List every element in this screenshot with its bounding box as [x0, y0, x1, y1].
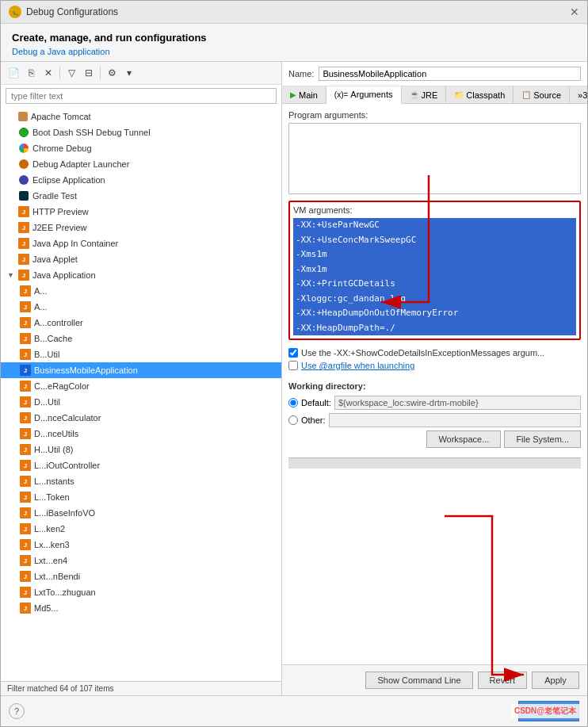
title-bar: 🐛 Debug Configurations ✕	[1, 1, 587, 24]
chrome-debug-label: Chrome Debug	[32, 143, 92, 153]
other-radio-row: Other:	[288, 413, 581, 427]
program-args-box[interactable]	[288, 123, 581, 194]
more-button[interactable]: ▾	[121, 65, 137, 81]
list-item[interactable]: J L...iOutController	[1, 457, 281, 473]
list-item[interactable]: J D...Util	[1, 394, 281, 410]
java-icon: J	[20, 492, 31, 503]
config-name-input[interactable]	[319, 67, 581, 81]
vm-arg-line: -XX:+PrintGCDetails	[293, 277, 576, 292]
other-dir-input[interactable]	[329, 413, 581, 427]
new-config-button[interactable]: 📄	[6, 65, 21, 81]
tab-arguments[interactable]: (x)= Arguments	[326, 86, 402, 104]
show-code-details-checkbox[interactable]	[288, 348, 298, 358]
gradle-icon	[18, 190, 29, 201]
tab-classpath[interactable]: 📁 Classpath	[446, 86, 514, 103]
list-item[interactable]: J A...	[1, 283, 281, 299]
java-icon: J	[18, 254, 29, 265]
debug-title-icon: 🐛	[9, 6, 21, 18]
tomcat-icon	[18, 112, 28, 121]
dialog-title: Debug Configurations	[26, 6, 118, 17]
java-icon: J	[18, 206, 29, 217]
tab-source[interactable]: 📋 Source	[514, 86, 570, 103]
java-icon: J	[20, 396, 31, 408]
duplicate-config-button[interactable]: ⎘	[23, 65, 39, 81]
list-item[interactable]: J Lxt...en4	[1, 553, 281, 568]
list-item[interactable]: Eclipse Application	[1, 172, 281, 188]
list-item[interactable]: J Md5...	[1, 600, 281, 616]
program-args-section: Program arguments:	[288, 110, 581, 194]
filter-button[interactable]: ▽	[63, 65, 79, 81]
java-icon: J	[20, 381, 31, 392]
list-item[interactable]: J B...Cache	[1, 331, 281, 346]
other-radio[interactable]	[288, 415, 298, 425]
close-button[interactable]: ✕	[570, 6, 579, 18]
workspace-button[interactable]: Workspace...	[426, 430, 501, 448]
vm-arg-line: -XX:+HeapDumpOnOutOfMemoryError	[293, 306, 576, 321]
java-icon: J	[20, 587, 31, 598]
header-section: Create, manage, and run configurations D…	[1, 24, 587, 61]
default-radio[interactable]	[288, 398, 298, 408]
main-tab-icon: ▶	[290, 90, 296, 99]
java-icon: J	[20, 507, 31, 518]
list-item[interactable]: J LxtTo...zhuguan	[1, 584, 281, 600]
right-panel: Name: ▶ Main (x)= Arguments ☕ JRE 📁	[282, 62, 587, 695]
list-item[interactable]: J L...iBaseInfoVO	[1, 505, 281, 521]
list-item[interactable]: J Lxt...nBendi	[1, 568, 281, 584]
chrome-icon	[18, 143, 29, 154]
delete-config-button[interactable]: ✕	[40, 65, 56, 81]
tab-more[interactable]: »3	[570, 86, 587, 103]
list-item[interactable]: Gradle Test	[1, 188, 281, 204]
list-item[interactable]: J D...nceCalculator	[1, 410, 281, 426]
list-item[interactable]: ▼ J Java Application	[1, 267, 281, 283]
debug-java-link[interactable]: Debug a Java application	[12, 47, 576, 56]
list-item[interactable]: J D...nceUtils	[1, 426, 281, 442]
java-icon: J	[20, 365, 31, 376]
list-item[interactable]: J B...Util	[1, 346, 281, 362]
vm-args-box[interactable]: -XX:+UseParNewGC -XX:+UseConcMarkSweepGC…	[293, 218, 576, 335]
checkbox1-row: Use the -XX:+ShowCodeDetailsInExceptionM…	[288, 346, 581, 359]
java-icon: J	[20, 317, 31, 328]
apply-button[interactable]: Apply	[532, 672, 579, 689]
args-tab-icon: (x)=	[334, 90, 349, 99]
list-item[interactable]: J A...controller	[1, 315, 281, 331]
list-item[interactable]: J L...nstants	[1, 473, 281, 489]
boot-dash-icon	[18, 127, 29, 138]
filesystem-button[interactable]: File System...	[504, 430, 581, 448]
vm-arg-line: -Xloggc:gc_dandan.log	[293, 292, 576, 307]
business-mobile-app-item[interactable]: J BusinessMobileApplication	[1, 362, 281, 378]
list-item[interactable]: Chrome Debug	[1, 140, 281, 156]
revert-button[interactable]: Revert	[478, 672, 527, 689]
default-dir-input[interactable]	[334, 396, 581, 410]
java-icon: J	[20, 412, 31, 423]
list-item[interactable]: J L...ken2	[1, 521, 281, 537]
list-item[interactable]: J C...eRagColor	[1, 378, 281, 394]
list-item[interactable]: Debug Adapter Launcher	[1, 156, 281, 172]
title-bar-left: 🐛 Debug Configurations	[9, 6, 118, 18]
list-item[interactable]: J J2EE Preview	[1, 220, 281, 235]
tab-main[interactable]: ▶ Main	[282, 86, 326, 103]
list-item[interactable]: J HTTP Preview	[1, 204, 281, 220]
source-tab-label: Source	[533, 90, 561, 100]
list-item[interactable]: Apache Tomcat	[1, 109, 281, 124]
use-argfile-checkbox[interactable]	[288, 361, 298, 370]
right-content: Program arguments: VM arguments: -XX:+Us…	[282, 104, 587, 664]
list-item[interactable]: Boot Dash SSH Debug Tunnel	[1, 124, 281, 140]
vm-arg-line: -XX:+UseConcMarkSweepGC	[293, 233, 576, 248]
list-item[interactable]: J Java App In Container	[1, 235, 281, 251]
header-title: Create, manage, and run configurations	[12, 32, 576, 44]
horizontal-scrollbar[interactable]	[288, 457, 581, 469]
list-item[interactable]: J Java Applet	[1, 251, 281, 267]
tab-jre[interactable]: ☕ JRE	[402, 86, 447, 103]
search-input[interactable]	[6, 88, 277, 104]
list-item[interactable]: J Lx...ken3	[1, 537, 281, 553]
settings-button[interactable]: ⚙	[104, 65, 120, 81]
show-command-line-button[interactable]: Show Command Line	[365, 672, 472, 689]
list-item[interactable]: J L...Token	[1, 489, 281, 505]
main-content: 📄 ⎘ ✕ ▽ ⊟ ⚙ ▾ Apache Tomcat	[1, 61, 587, 695]
help-button[interactable]: ?	[9, 703, 25, 719]
list-item[interactable]: J H...Util (8)	[1, 442, 281, 457]
list-item[interactable]: J A...	[1, 299, 281, 315]
collapse-button[interactable]: ⊟	[81, 65, 97, 81]
use-argfile-label[interactable]: Use @argfile when launching	[301, 361, 414, 370]
program-args-label: Program arguments:	[288, 110, 581, 120]
